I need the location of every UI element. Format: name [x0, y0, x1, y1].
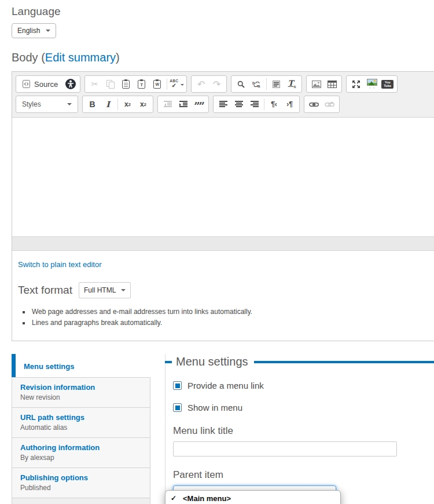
youtube-icon[interactable] [380, 76, 395, 92]
edit-summary-link[interactable]: Edit summary [45, 51, 116, 64]
toolbar-group-tools [346, 75, 398, 93]
paste-icon[interactable] [118, 76, 134, 92]
filter-guidelines: Web page addresses and e-mail addresses … [25, 306, 434, 328]
align-left-icon[interactable] [215, 97, 231, 112]
show-in-menu-checkbox[interactable] [173, 403, 182, 412]
toolbar-group-links [304, 96, 340, 113]
guideline-item: Lines and paragraphs break automatically… [31, 317, 434, 328]
chevron-down-icon [67, 103, 72, 108]
vertical-tabs-list: Menu settings Revision information New r… [12, 354, 150, 504]
styles-dropdown[interactable]: Styles [18, 97, 76, 112]
checkbox-label: Provide a menu link [187, 381, 264, 390]
menu-link-title-label: Menu link title [173, 425, 434, 437]
vertical-tabs-section: Menu settings Revision information New r… [12, 354, 434, 504]
menu-option-label: <Main menu> [183, 494, 231, 503]
tab-summary: Published [20, 484, 142, 492]
maximize-icon[interactable] [348, 76, 364, 92]
toolbar-separator [167, 78, 167, 90]
guideline-item: Web page addresses and e-mail addresses … [31, 306, 434, 317]
tab-title: Menu settings [24, 362, 74, 371]
legend-rule [254, 361, 434, 363]
paste-from-word-icon[interactable] [149, 76, 165, 92]
bidi-ltr-icon[interactable] [266, 97, 282, 112]
bold-icon[interactable] [84, 97, 100, 112]
toolbar-row-1: Source [16, 75, 434, 93]
checkbox-label: Show in menu [187, 403, 242, 412]
tab-title: URL path settings [20, 413, 142, 422]
tab-title: Publishing options [20, 473, 142, 482]
menu-link-title-input[interactable] [173, 441, 397, 456]
italic-icon[interactable] [100, 97, 116, 112]
styles-dropdown-label: Styles [22, 100, 41, 108]
parent-item-label: Parent item [173, 469, 434, 481]
show-in-menu-row: Show in menu [173, 403, 434, 412]
align-center-icon[interactable] [231, 97, 247, 112]
editor-content-area[interactable] [12, 118, 434, 236]
toolbar-group-undo [191, 75, 227, 93]
tabs-filler [12, 498, 150, 504]
tab-url-path-settings[interactable]: URL path settings Automatic alias [12, 407, 150, 438]
language-select[interactable]: English [12, 23, 56, 38]
text-format-label: Text format [18, 284, 72, 297]
remove-format-icon[interactable]: Tx [284, 76, 300, 92]
text-format-value: Full HTML [84, 286, 116, 294]
editor-toolbar: Source [12, 72, 434, 118]
tab-summary: Automatic alias [20, 423, 142, 432]
unlink-icon[interactable] [322, 97, 337, 112]
tab-publishing-options[interactable]: Publishing options Published [12, 468, 150, 498]
provide-menu-link-checkbox[interactable] [173, 381, 182, 390]
toolbar-group-clipboard [84, 75, 187, 93]
switch-plain-text-link[interactable]: Switch to plain text editor [18, 260, 102, 269]
tab-authoring-information[interactable]: Authoring information By alexsap [12, 437, 150, 468]
indent-icon[interactable] [175, 97, 191, 112]
accessibility-checker-icon[interactable] [62, 76, 78, 92]
tab-title: Revision information [20, 383, 142, 392]
outdent-icon[interactable] [160, 97, 175, 112]
language-select-value: English [17, 27, 40, 35]
subscript-icon[interactable] [120, 97, 135, 112]
bidi-rtl-icon[interactable] [282, 97, 297, 112]
language-label: Language [12, 0, 434, 18]
source-icon [23, 80, 30, 88]
source-button[interactable]: Source [18, 76, 62, 92]
spellcheck-icon[interactable] [169, 76, 185, 92]
body-label-prefix: Body ( [12, 51, 45, 64]
svg-text:a: a [258, 83, 260, 88]
toolbar-group-styles: Styles [16, 96, 78, 113]
blockquote-icon[interactable] [191, 97, 207, 112]
paste-plain-text-icon[interactable] [134, 76, 149, 92]
enhanced-image-icon[interactable] [364, 76, 380, 92]
menu-option-main-menu[interactable]: ✓ <Main menu> [165, 493, 340, 504]
link-icon[interactable] [306, 97, 322, 112]
parent-item-popup-menu: ✓ <Main menu> -- Home (disabled) -- <i c… [165, 490, 341, 504]
toolbar-group-insert [306, 75, 342, 93]
copy-icon[interactable] [102, 76, 118, 92]
text-format-section: Switch to plain text editor Text format … [12, 251, 434, 341]
text-format-select[interactable]: Full HTML [79, 282, 131, 298]
undo-icon[interactable] [193, 76, 209, 92]
toolbar-group-basicstyles [82, 96, 153, 113]
superscript-icon[interactable] [135, 97, 151, 112]
toolbar-group-editing: ba Tx [231, 75, 302, 93]
toolbar-separator [117, 98, 118, 110]
select-all-icon[interactable] [269, 76, 284, 92]
align-right-icon[interactable] [247, 97, 262, 112]
replace-icon[interactable]: ba [249, 76, 264, 92]
chevron-down-icon [181, 84, 184, 87]
tab-summary: New revision [20, 393, 142, 401]
cut-icon[interactable] [87, 76, 102, 92]
svg-text:b: b [252, 81, 255, 86]
toolbar-group-source: Source [16, 75, 80, 93]
redo-icon[interactable] [209, 76, 225, 92]
toolbar-group-indent [157, 96, 209, 113]
chevron-down-icon [121, 289, 126, 294]
fieldset-legend: Menu settings [165, 355, 434, 368]
toolbar-separator [266, 78, 267, 90]
tab-revision-information[interactable]: Revision information New revision [12, 377, 150, 408]
search-icon[interactable] [233, 76, 249, 92]
table-icon[interactable] [324, 76, 340, 92]
image-icon[interactable] [308, 76, 324, 92]
checkmark-icon: ✓ [171, 494, 176, 503]
editor-bottom-bar [12, 236, 434, 251]
tab-menu-settings[interactable]: Menu settings [12, 354, 150, 378]
